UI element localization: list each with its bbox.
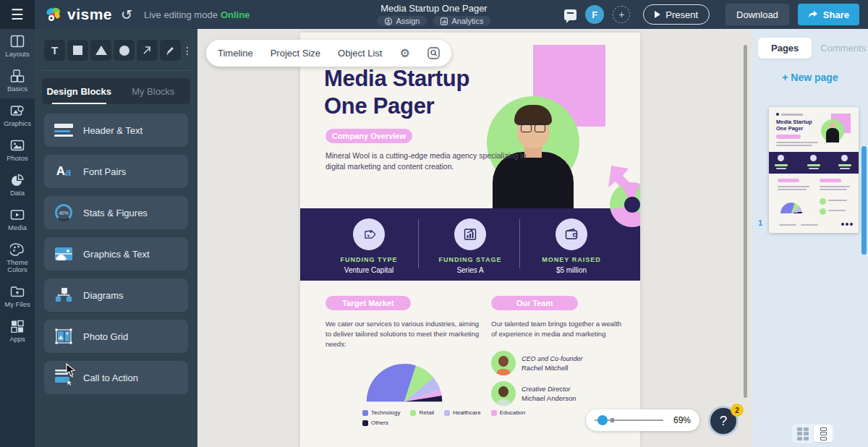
document-header: Media Startup One Pager Assign Analytics: [377, 3, 490, 26]
tab-design-blocks[interactable]: Design Blocks: [42, 78, 116, 104]
text-tool-button[interactable]: T: [44, 40, 65, 61]
block-photo-grid[interactable]: Photo Grid: [44, 320, 188, 353]
square-tool-button[interactable]: [67, 40, 88, 61]
document-title[interactable]: Media Startup One Pager: [377, 3, 490, 14]
share-button[interactable]: Share: [798, 4, 859, 25]
timeline-button[interactable]: Timeline: [218, 48, 253, 59]
sidebar-item-photos[interactable]: Photos: [0, 133, 35, 168]
call-to-action-icon: [44, 368, 83, 387]
sidebar-item-layouts[interactable]: Layouts: [0, 29, 35, 64]
tab-pages[interactable]: Pages: [758, 38, 812, 59]
circle-tool-button[interactable]: [114, 40, 135, 61]
team-member[interactable]: Creative Director Michael Anderson: [491, 381, 576, 406]
our-team-text[interactable]: Our talented team brings together a weal…: [491, 319, 629, 339]
company-overview-badge[interactable]: Company Overview: [326, 129, 412, 143]
pen-icon: [165, 45, 176, 56]
sidebar-item-data[interactable]: Data: [0, 168, 35, 203]
pen-tool-button[interactable]: [160, 40, 181, 61]
design-page[interactable]: Media Startup One Pager Company Overview…: [300, 33, 640, 447]
blocks-tabs: Design Blocks My Blocks: [42, 78, 190, 104]
our-team-badge[interactable]: Our Team: [491, 296, 578, 310]
industries-pie-chart[interactable]: [364, 363, 445, 404]
stat-funding-stage[interactable]: FUNDING STAGE Series A: [423, 218, 517, 274]
intro-text[interactable]: Mineral Wool is a cutting-edge media age…: [326, 150, 535, 172]
wallet-icon: [556, 218, 587, 250]
online-status: Online: [221, 9, 250, 20]
visme-flower-icon: [45, 6, 62, 23]
circle-icon: [119, 46, 129, 56]
more-tools-button[interactable]: ⋮: [183, 40, 192, 61]
add-collaborator-button[interactable]: +: [613, 6, 630, 23]
search-objects-icon[interactable]: [427, 47, 440, 59]
my-files-icon: [10, 285, 25, 298]
tab-comments[interactable]: Comments: [812, 38, 868, 59]
object-list-button[interactable]: Object List: [338, 48, 382, 59]
project-size-button[interactable]: Project Size: [271, 48, 320, 59]
media-icon: [10, 208, 25, 221]
undo-button[interactable]: ↺: [121, 7, 132, 23]
block-font-pairs[interactable]: Aa Font Pairs: [44, 155, 188, 188]
hamburger-icon: ☰: [11, 7, 24, 22]
canvas-scrollbar[interactable]: [744, 45, 747, 398]
sidebar-item-media[interactable]: Media: [0, 203, 35, 237]
block-stats-figures[interactable]: 40% Stats & Figures: [44, 196, 188, 229]
analytics-button[interactable]: Analytics: [433, 16, 491, 26]
photo-grid-icon: [44, 328, 83, 345]
assign-button[interactable]: Assign: [377, 16, 427, 26]
triangle-icon: [95, 46, 107, 55]
pages-panel: Pages Comments + New page Media Startup …: [752, 29, 868, 447]
block-diagrams[interactable]: Diagrams: [44, 278, 188, 312]
visme-logo[interactable]: visme: [45, 6, 112, 23]
target-market-text[interactable]: We cater our services to various industr…: [326, 319, 486, 349]
download-button[interactable]: Download: [726, 4, 789, 25]
hamburger-menu-button[interactable]: ☰: [0, 0, 35, 29]
block-graphics-text[interactable]: Graphics & Text: [44, 237, 188, 271]
avatar: [491, 351, 516, 375]
pages-scrollbar[interactable]: [861, 146, 867, 255]
sidebar-item-theme-colors[interactable]: Theme Colors: [0, 237, 35, 280]
basics-icon: [10, 69, 25, 82]
block-header-text[interactable]: Header & Text: [44, 114, 188, 147]
help-notification-badge: 2: [731, 404, 744, 417]
list-view-button[interactable]: [814, 425, 833, 442]
thumbnail-title: Media Startup One Pager: [776, 119, 827, 132]
stats-band[interactable]: FUNDING TYPE Venture Capital FUNDING STA…: [300, 208, 640, 281]
arrow-tool-button[interactable]: [137, 40, 158, 61]
stat-funding-type[interactable]: FUNDING TYPE Venture Capital: [322, 218, 416, 274]
share-icon: [808, 10, 818, 19]
sidebar-item-apps[interactable]: Apps: [0, 314, 35, 349]
block-call-to-action[interactable]: Call to Action: [44, 361, 188, 394]
triangle-tool-button[interactable]: [90, 40, 111, 61]
team-member[interactable]: CEO and Co-founder Rachel Mitchell: [491, 351, 583, 375]
page-title[interactable]: Media Startup One Pager: [324, 65, 469, 120]
sidebar-item-my-files[interactable]: My Files: [0, 279, 35, 314]
tab-my-blocks[interactable]: My Blocks: [116, 78, 191, 104]
stats-figures-icon: 40%: [44, 204, 83, 221]
user-avatar[interactable]: F: [585, 5, 604, 24]
grid-view-button[interactable]: [793, 425, 812, 442]
settings-gear-icon[interactable]: ⚙: [399, 46, 409, 60]
font-pairs-icon: Aa: [44, 164, 83, 179]
stat-money-raised[interactable]: MONEY RAISED $5 million: [524, 218, 618, 274]
present-button[interactable]: Present: [643, 4, 710, 25]
comments-icon[interactable]: [564, 9, 576, 20]
analytics-icon: [441, 17, 448, 25]
legend-item: Healthcare: [444, 409, 481, 416]
graphics-text-icon: [44, 247, 83, 260]
zoom-slider[interactable]: [595, 420, 663, 421]
new-page-button[interactable]: + New page: [752, 72, 868, 83]
thumbnail-pie: [780, 203, 802, 213]
graphics-icon: [10, 104, 25, 117]
left-sidebar: Layouts Basics Graphics Photos Data Medi…: [0, 29, 35, 447]
legend-item: Others: [362, 420, 388, 426]
pages-tabs: Pages Comments: [752, 29, 868, 59]
target-market-badge[interactable]: Target Market: [326, 296, 411, 310]
canvas-area[interactable]: Timeline Project Size Object List ⚙ Medi…: [197, 29, 752, 447]
zoom-value: 69%: [673, 415, 691, 425]
page-thumbnail[interactable]: Media Startup One Pager: [769, 107, 859, 233]
panel-divider: [42, 70, 190, 71]
sidebar-item-graphics[interactable]: Graphics: [0, 98, 35, 133]
sidebar-item-basics[interactable]: Basics: [0, 64, 35, 98]
pie-legend: Technology Retail Healthcare Education O…: [362, 409, 536, 430]
zoom-slider-handle[interactable]: [597, 415, 608, 425]
